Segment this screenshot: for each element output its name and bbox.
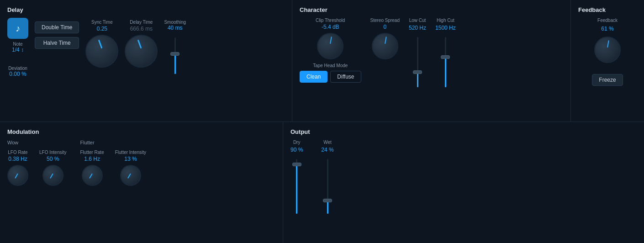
smoothing-label: Smoothing	[164, 20, 186, 25]
delay-title: Delay	[7, 6, 285, 13]
dry-value: 90 %	[290, 147, 303, 153]
wet-value: 24 %	[321, 147, 333, 153]
feedback-label: Feedback	[597, 18, 618, 23]
modulation-title: Modulation	[7, 128, 275, 135]
music-note-button[interactable]: ♪	[7, 18, 28, 39]
delay-time-group: Delay Time 666.6 ms	[125, 20, 158, 68]
note-label: Note	[13, 42, 22, 47]
note-value: 1/4 ↕	[12, 47, 24, 53]
sync-time-knob[interactable]	[85, 35, 118, 68]
tape-head-label: Tape Head Mode	[300, 63, 361, 68]
feedback-title: Feedback	[578, 6, 637, 13]
dry-slider[interactable]	[296, 159, 297, 214]
lfo-intensity-group: LFO Intensity 50 %	[39, 150, 66, 186]
high-cut-label: High Cut	[437, 18, 454, 23]
stereo-spread-value: 0	[383, 24, 386, 30]
stereo-spread-label: Stereo Spread	[370, 18, 400, 23]
lfo-rate-label: LFO Rate	[8, 150, 27, 155]
delay-time-knob[interactable]	[125, 35, 158, 68]
note-block: ♪ Note 1/4 ↕ Deviation 0.00 %	[7, 18, 28, 79]
character-title: Character	[300, 6, 563, 13]
dry-label: Dry	[293, 140, 301, 145]
clip-threshold-knob[interactable]	[317, 33, 343, 59]
clip-threshold-value: -5.4 dB	[322, 24, 339, 30]
modulation-section: Modulation Wow LFO Rate 0.38 Hz LFO Inte…	[0, 122, 283, 243]
deviation-label: Deviation	[8, 66, 27, 71]
high-cut-value: 1500 Hz	[435, 25, 456, 31]
feedback-knob[interactable]	[594, 37, 621, 63]
feedback-section: Feedback Feedback 61 % Freeze	[571, 0, 644, 122]
flutter-rate-knob[interactable]	[82, 165, 103, 186]
clip-threshold-label: Clip Threshold	[316, 18, 345, 23]
flutter-label: Flutter	[80, 140, 146, 145]
sync-time-group: Sync Time 0.25	[85, 20, 118, 68]
flutter-intensity-value: 13 %	[124, 156, 137, 162]
flutter-rate-label: Flutter Rate	[80, 150, 104, 155]
deviation-value: 0.00 %	[8, 71, 27, 77]
stereo-spread-knob[interactable]	[372, 33, 398, 59]
delay-time-label: Delay Time	[130, 20, 153, 25]
flutter-rate-group: Flutter Rate 1.6 Hz	[80, 150, 104, 186]
wet-slider[interactable]	[327, 159, 328, 214]
character-section: Character Clip Threshold -5.4 dB Tape He…	[292, 0, 571, 122]
stereo-spread-group: Stereo Spread 0	[370, 18, 400, 59]
high-cut-slider[interactable]	[445, 37, 446, 87]
smoothing-value: 40 ms	[168, 25, 183, 31]
wow-group: Wow LFO Rate 0.38 Hz LFO Intensity 50 %	[7, 140, 66, 186]
flutter-group: Flutter Flutter Rate 1.6 Hz Flutter Inte…	[80, 140, 146, 186]
sync-time-label: Sync Time	[91, 20, 113, 25]
dry-group: Dry 90 %	[290, 140, 303, 216]
wet-group: Wet 24 %	[321, 140, 333, 216]
flutter-rate-value: 1.6 Hz	[84, 156, 100, 162]
flutter-intensity-knob[interactable]	[120, 165, 141, 186]
double-time-button[interactable]: Double Time	[35, 21, 79, 33]
sync-time-value: 0.25	[97, 26, 107, 32]
lfo-intensity-knob[interactable]	[42, 165, 63, 186]
wow-label: Wow	[7, 140, 66, 145]
flutter-intensity-label: Flutter Intensity	[115, 150, 146, 155]
lfo-rate-value: 0.38 Hz	[8, 156, 27, 162]
delay-section: Delay ♪ Note 1/4 ↕ Deviation 0.00 % Doub…	[0, 0, 292, 122]
output-title: Output	[290, 128, 637, 135]
low-cut-value: 520 Hz	[409, 25, 426, 31]
lfo-rate-knob[interactable]	[7, 165, 28, 186]
time-buttons: Double Time Halve Time	[35, 21, 79, 49]
delay-time-value: 666.6 ms	[130, 26, 153, 32]
clip-threshold-group: Clip Threshold -5.4 dB Tape Head Mode Cl…	[300, 18, 361, 83]
wet-label: Wet	[323, 140, 332, 145]
flutter-intensity-group: Flutter Intensity 13 %	[115, 150, 146, 186]
feedback-value: 61 %	[601, 26, 613, 32]
clean-mode-button[interactable]: Clean	[300, 71, 327, 83]
low-cut-group: Low Cut 520 Hz	[409, 18, 426, 90]
lfo-intensity-label: LFO Intensity	[39, 150, 66, 155]
low-cut-slider[interactable]	[417, 37, 418, 87]
high-cut-group: High Cut 1500 Hz	[435, 18, 456, 90]
freeze-button[interactable]: Freeze	[592, 74, 623, 86]
halve-time-button[interactable]: Halve Time	[35, 37, 79, 49]
tape-head-mode-group: Tape Head Mode Clean Diffuse	[300, 63, 361, 83]
diffuse-mode-button[interactable]: Diffuse	[330, 71, 361, 83]
output-section: Output Dry 90 % Wet 24 %	[283, 122, 644, 243]
lfo-intensity-value: 50 %	[47, 156, 59, 162]
smoothing-slider[interactable]	[174, 37, 176, 74]
lfo-rate-group: LFO Rate 0.38 Hz	[7, 150, 28, 186]
low-cut-label: Low Cut	[409, 18, 426, 23]
